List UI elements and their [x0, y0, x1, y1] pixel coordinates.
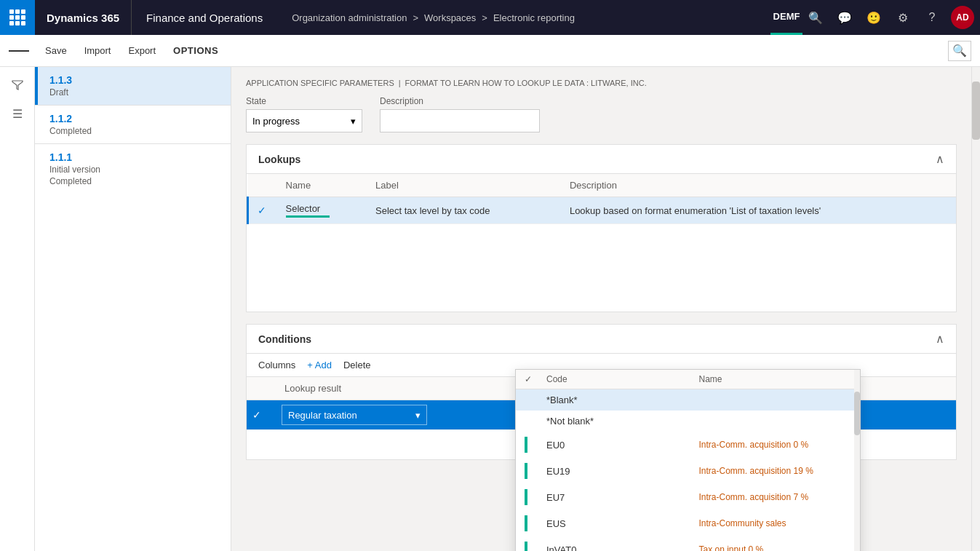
delete-button[interactable]: Delete — [343, 360, 371, 370]
col-check — [248, 174, 277, 197]
dp-eus-indicator — [525, 515, 527, 531]
dropdown-scrollbar[interactable] — [854, 370, 860, 551]
version-item-111[interactable]: 1.1.1 Initial version Completed — [35, 144, 231, 194]
filter-icon[interactable] — [6, 73, 29, 96]
dp-eu19-code: EU19 — [546, 466, 699, 477]
dp-code-header: Code — [546, 374, 699, 384]
row-check: ✓ — [248, 197, 277, 224]
dp-eu19-name: Intra-Comm. acquisition 19 % — [699, 466, 852, 476]
dp-check-col: ✓ — [525, 374, 546, 384]
dp-blank-code: *Blank* — [546, 395, 699, 405]
cond-col-check — [247, 377, 276, 400]
version-item-112[interactable]: 1.1.2 Completed — [35, 106, 231, 143]
dp-invat0-name: Tax on input 0 % — [699, 544, 852, 551]
columns-button[interactable]: Columns — [258, 360, 295, 370]
description-label: Description — [380, 96, 540, 106]
dropdown-scrollbar-thumb — [854, 392, 860, 435]
import-button[interactable]: Import — [77, 42, 119, 59]
feedback-icon[interactable]: 🙂 — [861, 4, 887, 31]
breadcrumb-sep-pipe: | — [399, 79, 401, 87]
main-container: ☰ 1.1.3 Draft 1.1.2 Completed 1.1.1 Init… — [0, 67, 980, 551]
lookups-title: Lookups — [258, 154, 300, 165]
version-item-113[interactable]: 1.1.3 Draft — [35, 67, 231, 105]
left-icon-panel: ☰ — [0, 67, 35, 551]
list-icon[interactable]: ☰ — [6, 102, 29, 125]
conditions-title: Conditions — [258, 333, 311, 345]
top-navigation: Dynamics 365 Finance and Operations Orga… — [0, 0, 980, 35]
lookups-collapse-button[interactable]: ∧ — [936, 152, 944, 166]
finance-ops-label: Finance and Operations — [132, 0, 277, 35]
state-dropdown[interactable]: In progress ▾ — [246, 109, 362, 132]
right-scrollbar[interactable] — [971, 67, 980, 551]
lookup-result-value: Regular taxation — [288, 410, 357, 421]
dropdown-row-not-blank[interactable]: *Not blank* — [516, 411, 860, 432]
dynamics-365-label: Dynamics 365 — [35, 0, 132, 35]
chat-icon[interactable]: 💬 — [832, 4, 858, 31]
dp-eu0-indicator — [525, 437, 527, 453]
dp-eu7-code: EU7 — [546, 492, 699, 503]
breadcrumb-workspaces[interactable]: Workspaces — [424, 12, 476, 23]
dp-eu7-indicator — [525, 489, 527, 505]
dp-eus-name: Intra-Community sales — [699, 518, 852, 528]
help-icon[interactable]: ? — [919, 4, 945, 31]
conditions-collapse-button[interactable]: ∧ — [936, 332, 944, 346]
state-description-row: State In progress ▾ Description — [246, 96, 957, 132]
hamburger-menu-button[interactable] — [9, 41, 29, 61]
dp-name-header: Name — [699, 374, 852, 384]
breadcrumb-part2: FORMAT TO LEARN HOW TO LOOKUP LE DATA : … — [405, 79, 647, 87]
add-button[interactable]: + Add — [307, 360, 332, 370]
description-input[interactable] — [380, 109, 540, 132]
dp-eu0-name: Intra-Comm. acquisition 0 % — [699, 440, 852, 450]
description-field-group: Description — [380, 96, 540, 132]
dropdown-row-eus[interactable]: EUS Intra-Community sales — [516, 510, 860, 536]
state-value: In progress — [252, 116, 300, 127]
lookup-result-chevron: ▾ — [415, 410, 421, 421]
version-list: 1.1.3 Draft 1.1.2 Completed 1.1.1 Initia… — [35, 67, 231, 551]
save-button[interactable]: Save — [38, 42, 74, 59]
user-avatar[interactable]: AD — [951, 6, 974, 29]
app-launcher-button[interactable] — [0, 0, 35, 35]
dropdown-row-eu19[interactable]: EU19 Intra-Comm. acquisition 19 % — [516, 458, 860, 484]
dp-eu19-indicator — [525, 463, 527, 479]
dp-invat0-code: InVAT0 — [546, 544, 699, 552]
options-button[interactable]: OPTIONS — [166, 42, 226, 59]
dropdown-row-eu7[interactable]: EU7 Intra-Comm. acquisition 7 % — [516, 484, 860, 510]
state-field-group: State In progress ▾ — [246, 96, 362, 132]
action-toolbar: Save Import Export OPTIONS 🔍 — [0, 35, 980, 67]
export-button[interactable]: Export — [121, 42, 163, 59]
row-label: Select tax level by tax code — [367, 197, 561, 224]
state-label: State — [246, 96, 362, 106]
dp-eu0-code: EU0 — [546, 440, 699, 451]
search-nav-button[interactable]: 🔍 — [802, 4, 829, 31]
right-scrollbar-thumb — [972, 82, 980, 140]
lookups-section-header: Lookups ∧ — [247, 145, 956, 174]
dropdown-header: ✓ Code Name — [516, 370, 860, 389]
nav-breadcrumb: Organization administration > Workspaces… — [277, 12, 773, 23]
dp-invat0-indicator — [525, 542, 527, 551]
dropdown-row-eu0[interactable]: EU0 Intra-Comm. acquisition 0 % — [516, 432, 860, 458]
breadcrumb-part1: APPLICATION SPECIFIC PARAMETERS — [246, 79, 394, 87]
dropdown-row-invat0[interactable]: InVAT0 Tax on input 0 % — [516, 536, 860, 551]
environment-badge: DEMF — [773, 4, 800, 31]
dp-eus-code: EUS — [546, 518, 699, 529]
col-name: Name — [277, 174, 367, 197]
state-dropdown-chevron: ▾ — [351, 116, 356, 127]
dp-notblank-code: *Not blank* — [546, 416, 699, 427]
breadcrumb-reporting[interactable]: Electronic reporting — [493, 12, 575, 23]
lookup-result-dropdown[interactable]: Regular taxation ▾ — [282, 405, 427, 425]
lookups-table-header: Name Label Description — [248, 174, 957, 197]
dropdown-row-blank[interactable]: *Blank* — [516, 389, 860, 411]
lookups-empty-space — [247, 224, 956, 312]
breadcrumb-sep1: > — [413, 12, 418, 23]
row-name: Selector — [277, 197, 367, 224]
conditions-section-header: Conditions ∧ — [247, 325, 956, 354]
nav-right-actions: DEMF 🔍 💬 🙂 ⚙ ? AD — [773, 4, 980, 31]
toolbar-search-input[interactable]: 🔍 — [948, 41, 971, 61]
content-breadcrumb: APPLICATION SPECIFIC PARAMETERS | FORMAT… — [246, 79, 957, 87]
lookups-table-row[interactable]: ✓ Selector Select tax level by tax code … — [248, 197, 957, 224]
code-dropdown-popup: ✓ Code Name *Blank* *Not blank* EU0 Intr… — [515, 369, 861, 551]
breadcrumb-org[interactable]: Organization administration — [292, 12, 407, 23]
row-description: Lookup based on format enumeration 'List… — [561, 197, 956, 224]
breadcrumb-sep2: > — [482, 12, 487, 23]
settings-icon[interactable]: ⚙ — [890, 4, 916, 31]
